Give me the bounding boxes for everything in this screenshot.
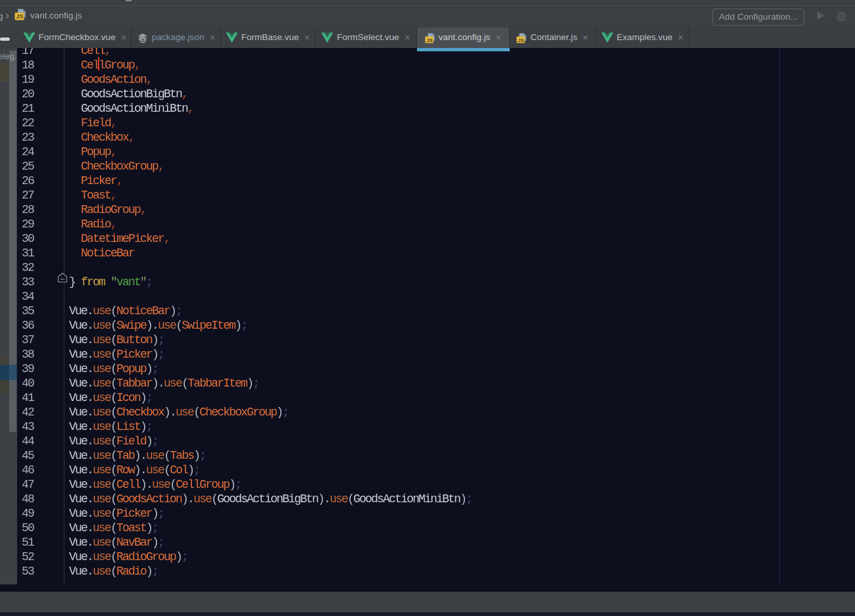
svg-text:JS: JS [426, 37, 433, 43]
svg-text:JS: JS [16, 13, 23, 20]
svg-text:JS: JS [518, 37, 524, 43]
